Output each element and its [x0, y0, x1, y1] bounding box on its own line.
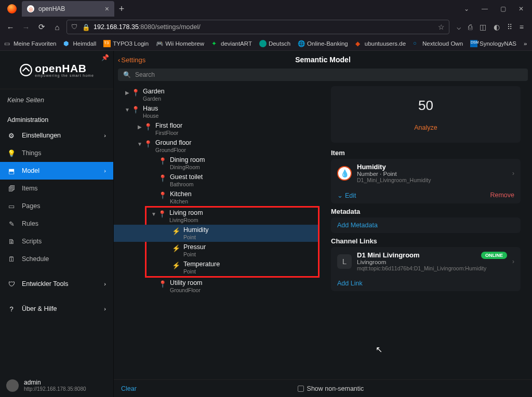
pages-icon: ▭	[7, 202, 16, 210]
account-icon[interactable]: ◐	[494, 23, 500, 31]
user-footer[interactable]: admin http://192.168.178.35:8080	[0, 374, 113, 397]
overflow-icon[interactable]: »	[524, 40, 527, 47]
chevron-down-icon[interactable]: ▼	[123, 107, 131, 113]
bookmark-item[interactable]: T3TYPO3 Login	[103, 40, 149, 47]
sidebar-item-things[interactable]: 💡Things	[0, 144, 113, 162]
reload-icon[interactable]: ⟳	[35, 22, 48, 32]
close-window-icon[interactable]: ✕	[518, 5, 524, 12]
tree-node-garden[interactable]: ▶📍GardenGarden	[114, 86, 320, 103]
chevron-left-icon: ‹	[118, 56, 120, 64]
sidebar-item-help[interactable]: ?Über & Hilfe›	[0, 300, 113, 318]
tree-node-humidity[interactable]: ⚡HumidityPoint	[114, 225, 318, 242]
browser-tab[interactable]: ◎ openHAB ×	[22, 1, 114, 17]
search-input[interactable]: 🔍 Search	[118, 69, 528, 81]
tree-node-ground-floor[interactable]: ▼📍Ground floorGroundFloor	[114, 138, 320, 155]
chevron-right-icon: ›	[104, 168, 106, 174]
tree-node-haus[interactable]: ▼📍HausHouse	[114, 103, 320, 120]
bookmark-item[interactable]: ⬢Heimdall	[63, 40, 96, 47]
sidebar-item-pages[interactable]: ▭Pages	[0, 197, 113, 215]
tree-node-living[interactable]: ▼📍Living roomLivingRoom	[147, 208, 318, 225]
tree-column: ▶📍GardenGarden ▼📍HausHouse ▶📍First floor…	[114, 84, 320, 379]
edit-link[interactable]: ⌄Edit	[337, 191, 356, 199]
item-section-header: Item	[331, 149, 521, 157]
metadata-section-header: Metadata	[331, 208, 521, 215]
sidebar-item-settings[interactable]: ⚙Einstellungen›	[0, 127, 113, 144]
location-icon: 📍	[158, 174, 167, 182]
bookmark-item[interactable]: ✦deviantART	[211, 40, 252, 47]
sidebar-item-schedule[interactable]: 🗓Schedule	[0, 250, 113, 268]
lock-icon: 🔒	[82, 23, 90, 31]
user-host: http://192.168.178.35:8080	[24, 386, 86, 392]
tree-node-utility[interactable]: 📍Utility roomGroundFloor	[114, 278, 320, 295]
sidebar-item-scripts[interactable]: 🗎Scripts	[0, 232, 113, 250]
bookmark-item[interactable]: ◆ubuntuusers.de	[355, 40, 406, 47]
pocket-icon[interactable]: ⌵	[457, 23, 461, 31]
add-metadata-link[interactable]: Add Metadata	[337, 222, 378, 229]
back-icon[interactable]: ←	[4, 23, 17, 32]
tree-node-guest[interactable]: 📍Guest toiletBathroom	[114, 172, 320, 189]
sidebar-item-model[interactable]: ⬒Model›	[0, 162, 113, 180]
pin-icon[interactable]: 📌	[101, 54, 109, 61]
url-input[interactable]: 🛡 🔒 192.168.178.35:8080/settings/model/ …	[66, 20, 449, 34]
tree-node-kitchen[interactable]: 📍KitchenKitchen	[114, 189, 320, 206]
location-icon: 📍	[158, 210, 166, 218]
items-icon: 🗐	[7, 185, 16, 193]
sidebar-icon[interactable]: ◫	[480, 23, 486, 31]
sidebar-item-items[interactable]: 🗐Items	[0, 180, 113, 197]
maximize-icon[interactable]: ▢	[500, 5, 506, 12]
chevron-right-icon[interactable]: ▶	[123, 90, 131, 95]
forward-icon[interactable]: →	[20, 23, 32, 32]
bolt-icon: ⚡	[172, 227, 180, 235]
sidebar-item-devtools[interactable]: 🛡Entwickler Tools›	[0, 275, 113, 293]
brand[interactable]: 📌 openHABempowering the smart home	[0, 51, 113, 89]
bookmark-star-icon[interactable]: ☆	[438, 23, 445, 31]
bookmark-item[interactable]: ○Nextcloud Own	[413, 40, 463, 47]
shield-icon: 🛡	[7, 280, 16, 288]
search-bar: 🔍 Search	[114, 69, 532, 84]
tree-node-pressur[interactable]: ⚡PressurPoint	[147, 242, 318, 259]
sidebar-item-rules[interactable]: ✎Rules	[0, 215, 113, 232]
bookmark-item[interactable]: 🌐Online-Banking	[298, 40, 348, 47]
bookmark-item[interactable]: Deutsch	[259, 40, 290, 47]
remove-link[interactable]: Remove	[490, 191, 514, 199]
home-icon[interactable]: ⌂	[51, 23, 63, 32]
left-sidebar: 📌 openHABempowering the smart home Keine…	[0, 51, 114, 397]
clear-link[interactable]: Clear	[121, 385, 137, 392]
back-link[interactable]: ‹Settings	[118, 56, 145, 64]
item-row[interactable]: 💧 Humidity Number · Point D1_Mini_Living…	[331, 159, 521, 187]
minimize-icon[interactable]: —	[482, 5, 488, 12]
checkbox-icon[interactable]	[298, 386, 304, 392]
chevron-down-icon[interactable]: ⌄	[464, 5, 469, 12]
item-subtitle: Number · Point	[357, 171, 431, 177]
menu-icon[interactable]: ≡	[520, 23, 524, 31]
tree-node-dining[interactable]: 📍Dining roomDiningRoom	[114, 155, 320, 172]
extensions-icon[interactable]: ⠿	[507, 23, 512, 31]
channel-link-row[interactable]: L D1 Mini Livingroom ONLINE Livingroom m…	[331, 247, 521, 276]
search-icon: 🔍	[123, 71, 131, 78]
url-path: /settings/model/	[155, 23, 201, 31]
new-tab-button[interactable]: +	[114, 4, 129, 15]
tree-node-temperature[interactable]: ⚡TemperaturePoint	[147, 259, 318, 276]
library-icon[interactable]: ⎙	[468, 23, 472, 31]
bookmark-item[interactable]: ▭Meine Favoriten	[4, 40, 56, 47]
chevron-right-icon: ›	[104, 132, 106, 139]
chevron-down-icon: ⌄	[337, 191, 343, 199]
humidity-icon: 💧	[337, 166, 352, 181]
close-icon[interactable]: ×	[105, 5, 109, 13]
bookmark-item[interactable]: DSMSynologyNAS	[470, 40, 516, 47]
chevron-right-icon: ›	[104, 306, 106, 312]
chevron-down-icon[interactable]: ▼	[150, 211, 158, 217]
show-non-semantic-toggle[interactable]: Show non-semantic	[298, 385, 364, 392]
chevron-right-icon[interactable]: ▶	[136, 124, 144, 130]
analyze-link[interactable]: Analyze	[414, 124, 437, 131]
avatar	[6, 379, 19, 392]
user-name: admin	[24, 379, 86, 386]
add-link-link[interactable]: Add Link	[337, 280, 363, 287]
bookmark-item[interactable]: 🎮Wii Homebrew	[156, 40, 204, 47]
location-icon: 📍	[158, 280, 167, 288]
item-id: D1_Mini_Livingroom_Humidity	[357, 177, 431, 183]
tree-node-first-floor[interactable]: ▶📍First floorFirstFloor	[114, 120, 320, 138]
chevron-down-icon[interactable]: ▼	[136, 141, 144, 147]
link-id: mqtt:topic:b6d11d76b4:D1_Mini_Livingroom…	[357, 265, 507, 271]
brand-name: openHABempowering the smart home	[35, 62, 94, 77]
